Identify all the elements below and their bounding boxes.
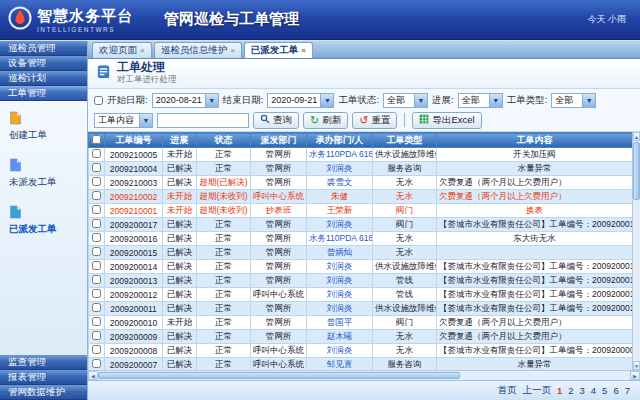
- column-header-assignee[interactable]: 承办部门/人: [307, 133, 373, 148]
- row-checkbox[interactable]: [92, 247, 101, 256]
- column-header-order-content[interactable]: 工单内容: [437, 133, 633, 148]
- row-checkbox[interactable]: [92, 191, 101, 200]
- row-checkbox[interactable]: [92, 219, 101, 228]
- table-row[interactable]: 2009210001未开始超期(未收到)抄表班王荣新阀门换表: [89, 204, 633, 218]
- cell-assignee[interactable]: 刘润炎: [307, 344, 373, 358]
- sidebar-item-pipeline-data-maintenance[interactable]: 管网数据维护: [0, 385, 87, 400]
- chevron-down-icon[interactable]: ▼: [414, 94, 427, 107]
- table-row[interactable]: 2009200009已解决正常管网所赵木曦无水欠费复通（两个月以上欠费用户）: [89, 330, 633, 344]
- query-button[interactable]: 查询: [253, 112, 299, 129]
- table-row[interactable]: 2009200015已解决正常管网所曾炳灿无水: [89, 246, 633, 260]
- row-checkbox[interactable]: [92, 177, 101, 186]
- row-checkbox[interactable]: [92, 275, 101, 284]
- vertical-scrollbar[interactable]: ▲ ▼: [632, 132, 640, 370]
- search-input[interactable]: [157, 113, 249, 128]
- cell-assignee[interactable]: 水务110PDA 61870: [307, 148, 373, 162]
- table-row[interactable]: 2009210003已解决超期(已解决)管网所裘雪文无水欠费复通（两个月以上欠费…: [89, 176, 633, 190]
- page-first-link[interactable]: 首页: [497, 384, 516, 397]
- row-checkbox[interactable]: [92, 163, 101, 172]
- row-checkbox[interactable]: [92, 317, 101, 326]
- search-field-select[interactable]: 工单内容 ▼: [94, 113, 153, 128]
- row-checkbox[interactable]: [92, 331, 101, 340]
- export-excel-button[interactable]: 导出Excel: [412, 112, 481, 129]
- tab-inspector-info[interactable]: 巡检员信息维护×: [154, 42, 242, 58]
- scroll-left-icon[interactable]: ◀: [88, 371, 98, 380]
- sidebar-item-device-management[interactable]: 设备管理: [0, 56, 87, 71]
- cell-assignee[interactable]: 刘润炎: [307, 288, 373, 302]
- cell-assignee[interactable]: 朱健: [307, 190, 373, 204]
- page-number-3[interactable]: 3: [580, 385, 585, 396]
- chevron-down-icon[interactable]: ▼: [139, 114, 152, 127]
- table-row[interactable]: 2009200014已解决正常管网所刘润炎供水设施故障维修【荟城市水业有限责任公…: [89, 260, 633, 274]
- table-row[interactable]: 2009200008已解决正常呼叫中心系统刘润炎无水【荟城市水业有限责任公司】工…: [89, 344, 633, 358]
- row-checkbox[interactable]: [92, 303, 101, 312]
- filter-checkbox[interactable]: [94, 96, 103, 105]
- cell-assignee[interactable]: 裘雪文: [307, 176, 373, 190]
- table-row[interactable]: 2009210002未开始超期(未收到)呼叫中心系统朱健无水欠费复通（两个月以上…: [89, 190, 633, 204]
- sidebar-item-work-order-management[interactable]: 工单管理: [0, 86, 87, 101]
- start-date-picker[interactable]: 2020-08-21 ▼: [152, 93, 219, 108]
- column-header-dispatch-dept[interactable]: 派发部门: [251, 133, 307, 148]
- cell-assignee[interactable]: 曾炳灿: [307, 246, 373, 260]
- chevron-down-icon[interactable]: ▼: [205, 94, 218, 107]
- page-number-1[interactable]: 1: [557, 385, 562, 396]
- select-all-checkbox[interactable]: [92, 135, 101, 144]
- scroll-down-icon[interactable]: ▼: [633, 361, 640, 370]
- row-checkbox[interactable]: [92, 359, 101, 368]
- column-header-status[interactable]: 状态: [197, 133, 251, 148]
- table-row[interactable]: 2009200017已解决正常管网所刘润炎阀门【荟城市水业有限责任公司】工单编号…: [89, 218, 633, 232]
- page-number-5[interactable]: 5: [602, 385, 607, 396]
- cell-assignee[interactable]: 水务110PDA 61870: [307, 232, 373, 246]
- close-tab-icon[interactable]: ×: [230, 47, 235, 55]
- horizontal-scroll-thumb[interactable]: [98, 372, 460, 379]
- refresh-button[interactable]: ↻ 刷新: [303, 112, 348, 129]
- table-row[interactable]: 2009200011已解决正常管网所刘润炎供水设施故障维修【荟城市水业有限责任公…: [89, 302, 633, 316]
- chevron-down-icon[interactable]: ▼: [320, 94, 333, 107]
- close-tab-icon[interactable]: ×: [301, 47, 306, 55]
- close-tab-icon[interactable]: ×: [140, 47, 145, 55]
- tab-dispatched-orders[interactable]: 已派发工单×: [244, 42, 313, 58]
- row-checkbox[interactable]: [92, 289, 101, 298]
- row-checkbox[interactable]: [92, 205, 101, 214]
- row-checkbox[interactable]: [92, 233, 101, 242]
- end-date-picker[interactable]: 2020-09-21 ▼: [267, 93, 334, 108]
- sidebar-item-report-management[interactable]: 报表管理: [0, 370, 87, 385]
- cell-assignee[interactable]: 邹见直: [307, 358, 373, 371]
- table-row[interactable]: 2009200012已解决正常呼叫中心系统刘润炎管线【荟城市水业有限责任公司】工…: [89, 288, 633, 302]
- horizontal-scrollbar[interactable]: ◀ ▶: [88, 370, 640, 380]
- table-row[interactable]: 2009210005未开始正常管网所水务110PDA 61870供水设施故障维修…: [89, 148, 633, 162]
- vertical-scroll-thumb[interactable]: [633, 142, 640, 200]
- order-status-select[interactable]: 全部 ▼: [383, 93, 428, 108]
- cell-assignee[interactable]: 赵木曦: [307, 330, 373, 344]
- column-header-progress[interactable]: 进展: [163, 133, 197, 148]
- column-header-order-id[interactable]: 工单编号: [105, 133, 163, 148]
- table-row[interactable]: 2009200010未开始正常管网所曾国平阀门欠费复通（两个月以上欠费用户）: [89, 316, 633, 330]
- table-row[interactable]: 2009200013已解决正常管网所刘润炎管线【荟城市水业有限责任公司】工单编号…: [89, 274, 633, 288]
- page-number-7[interactable]: 7: [625, 385, 630, 396]
- page-number-6[interactable]: 6: [613, 385, 618, 396]
- table-row[interactable]: 2009200007已解决正常呼叫中心系统邹见直服务咨询水量异常: [89, 358, 633, 371]
- chevron-down-icon[interactable]: ▼: [489, 94, 502, 107]
- cell-assignee[interactable]: 刘润炎: [307, 162, 373, 176]
- sidebar-subitem-undispatched-orders[interactable]: 未派发工单: [6, 158, 81, 189]
- page-number-2[interactable]: 2: [568, 385, 573, 396]
- table-row[interactable]: 2009210004已解决正常管网所刘润炎服务咨询水量异常: [89, 162, 633, 176]
- cell-assignee[interactable]: 刘润炎: [307, 302, 373, 316]
- column-header-order-type[interactable]: 工单类型: [373, 133, 437, 148]
- cell-assignee[interactable]: 王荣新: [307, 204, 373, 218]
- row-checkbox[interactable]: [92, 149, 101, 158]
- sidebar-item-inspection-plan[interactable]: 巡检计划: [0, 71, 87, 86]
- sidebar-item-supervision-management[interactable]: 监查管理: [0, 355, 87, 370]
- chevron-down-icon[interactable]: ▼: [582, 94, 595, 107]
- tab-welcome[interactable]: 欢迎页面×: [92, 42, 152, 58]
- cell-assignee[interactable]: 曾国平: [307, 316, 373, 330]
- table-row[interactable]: 2009200016已解决正常管网所水务110PDA 61870无水东大街无水: [89, 232, 633, 246]
- page-number-4[interactable]: 4: [591, 385, 596, 396]
- cell-assignee[interactable]: 刘润炎: [307, 218, 373, 232]
- scroll-right-icon[interactable]: ▶: [630, 371, 640, 380]
- order-type-select[interactable]: 全部 ▼: [551, 93, 596, 108]
- row-checkbox[interactable]: [92, 345, 101, 354]
- cell-assignee[interactable]: 刘润炎: [307, 260, 373, 274]
- page-prev-link[interactable]: 上一页: [522, 384, 551, 397]
- row-checkbox[interactable]: [92, 261, 101, 270]
